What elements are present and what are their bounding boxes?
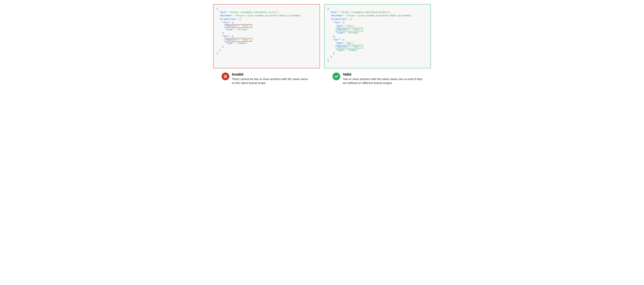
code-token: "number" [236, 42, 248, 44]
code-token: "type" [225, 42, 234, 44]
cross-icon [222, 72, 229, 80]
code-token: "type" [336, 49, 344, 51]
invalid-panel: { "$id": "https://example.com/anchor-err… [213, 4, 320, 85]
code-token: "string" [348, 31, 359, 34]
code-token: "https://json-schema.org/draft/2020-12/s… [235, 14, 300, 17]
code-token: "foo" [222, 21, 229, 24]
code-token: "properties" [330, 18, 347, 20]
highlight-invalid-anchor-1: "$anchor": "test", [225, 24, 252, 28]
invalid-code-box: { "$id": "https://example.com/anchor-err… [213, 4, 320, 68]
code-token: "string" [236, 28, 248, 31]
highlight-invalid-anchor-2: "$anchor": "test", [225, 38, 252, 41]
code-token: "type" [225, 28, 234, 31]
code-token: "$schema" [219, 14, 232, 17]
comparison-container: { "$id": "https://example.com/anchor-err… [213, 4, 431, 85]
valid-code-box: { "$id": "https://example.com/valid-anch… [324, 4, 431, 68]
valid-caption: Valid Two or more anchors with the same … [324, 72, 431, 85]
highlight-valid-anchor-2: "$anchor": "test", [336, 45, 363, 48]
code-token: "$schema" [330, 14, 343, 17]
code-token: "https://example.com/valid-anchors" [340, 11, 390, 14]
valid-panel: { "$id": "https://example.com/valid-anch… [324, 4, 431, 85]
code-token: "bar" [333, 38, 340, 41]
check-icon [332, 72, 340, 80]
invalid-caption-text: Invalid There cannot be two or more anch… [232, 72, 312, 85]
code-token: "bar" [346, 42, 353, 44]
code-token: "$id" [219, 11, 226, 14]
code-token: "https://json-schema.org/draft/2020-12/s… [346, 14, 412, 17]
invalid-caption: Invalid There cannot be two or more anch… [213, 72, 320, 85]
code-token: "$id" [336, 42, 343, 44]
invalid-desc: There cannot be two or more anchors with… [232, 77, 312, 85]
code-token: "properties" [219, 18, 236, 20]
code-token: "https://example.com/anchor-error" [229, 11, 278, 14]
valid-title: Valid [343, 72, 422, 76]
valid-caption-text: Valid Two or more anchors with the same … [343, 72, 422, 85]
code-token: "$id" [336, 25, 343, 27]
code-token: "$id" [330, 11, 337, 14]
code-token: "type" [336, 31, 344, 34]
highlight-valid-anchor-1: "$anchor": "test", [336, 28, 363, 31]
code-token: "foo" [333, 21, 340, 24]
code-token: "bar" [222, 35, 229, 38]
code-token: "number" [348, 49, 359, 51]
invalid-title: Invalid [232, 72, 312, 76]
code-token: "foo" [346, 25, 353, 27]
valid-desc: Two or more anchors with the same name c… [343, 77, 422, 85]
